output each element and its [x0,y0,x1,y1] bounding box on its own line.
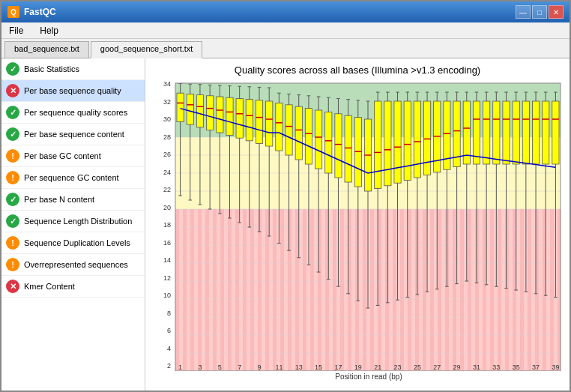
x-axis-label: Position in read (bp) [174,373,564,381]
quality-chart-canvas [174,80,564,371]
chart-title: Quality scores across all bases (Illumin… [151,64,564,76]
status-icon-ok-4: ✓ [6,193,19,206]
maximize-button[interactable]: □ [532,5,547,19]
main-window: Q FastQC — □ ✕ File Help bad_sequence.tx… [0,0,571,392]
sidebar-item-per-sequence-gc[interactable]: ! Per sequence GC content [1,167,145,189]
sidebar-item-overrepresented[interactable]: ! Overrepresented sequences [1,254,145,276]
content-area: ✓ Basic Statistics ✕ Per base sequence q… [1,58,570,391]
minimize-button[interactable]: — [516,5,531,19]
status-icon-warn-4: ! [6,258,19,271]
tab-bad-sequence[interactable]: bad_sequence.txt [4,41,89,58]
title-controls: — □ ✕ [516,5,564,19]
main-chart-area: Quality scores across all bases (Illumin… [145,58,570,391]
app-title: FastQC [24,7,56,17]
sidebar-label-per-base-gc: Per base GC content [24,151,101,160]
tabs-bar: bad_sequence.txt good_sequence_short.txt [1,39,570,58]
title-bar: Q FastQC — □ ✕ [1,1,570,22]
sidebar-item-seq-length[interactable]: ✓ Sequence Length Distribution [1,211,145,232]
sidebar-item-basic-statistics[interactable]: ✓ Basic Statistics [1,58,145,80]
sidebar-item-duplication[interactable]: ! Sequence Duplication Levels [1,232,145,254]
sidebar-label-per-base-n: Per base N content [24,195,94,204]
status-icon-ok-5: ✓ [6,214,19,228]
sidebar-label-per-base-sequence-quality: Per base sequence quality [24,86,121,95]
sidebar-item-per-sequence-quality[interactable]: ✓ Per sequence quality scores [1,102,145,124]
status-icon-fail: ✕ [6,84,19,97]
status-icon-warn-3: ! [6,236,19,250]
status-icon-ok-2: ✓ [6,106,19,119]
sidebar-item-per-base-sequence-quality[interactable]: ✕ Per base sequence quality [1,80,145,102]
menu-help[interactable]: Help [35,24,63,37]
menu-file[interactable]: File [4,24,28,37]
status-icon-fail-2: ✕ [6,280,19,293]
sidebar-label-basic-statistics: Basic Statistics [24,64,79,73]
sidebar-label-seq-length: Sequence Length Distribution [24,217,132,226]
app-icon: Q [7,6,19,18]
menu-bar: File Help [1,22,570,39]
y-axis: 34 32 30 28 26 24 22 20 18 16 14 12 10 8… [151,80,174,385]
sidebar-label-per-sequence-gc: Per sequence GC content [24,173,119,182]
sidebar-label-duplication: Sequence Duplication Levels [24,238,130,247]
status-icon-warn-2: ! [6,171,19,184]
tab-good-sequence[interactable]: good_sequence_short.txt [91,41,203,58]
sidebar-label-per-sequence-quality: Per sequence quality scores [24,108,127,117]
status-icon-ok: ✓ [6,62,19,76]
status-icon-ok-3: ✓ [6,127,19,141]
sidebar: ✓ Basic Statistics ✕ Per base sequence q… [1,58,145,391]
chart-right: Position in read (bp) [174,80,564,385]
sidebar-item-per-base-content[interactable]: ✓ Per base sequence content [1,124,145,145]
title-bar-left: Q FastQC [7,6,56,18]
close-button[interactable]: ✕ [549,5,564,19]
sidebar-item-kmer[interactable]: ✕ Kmer Content [1,276,145,298]
chart-container: 34 32 30 28 26 24 22 20 18 16 14 12 10 8… [151,80,564,385]
sidebar-label-kmer: Kmer Content [24,282,75,291]
sidebar-label-overrepresented: Overrepresented sequences [24,260,128,269]
status-icon-warn-1: ! [6,149,19,163]
sidebar-item-per-base-gc[interactable]: ! Per base GC content [1,145,145,167]
sidebar-label-per-base-content: Per base sequence content [24,130,124,139]
sidebar-item-per-base-n[interactable]: ✓ Per base N content [1,189,145,211]
